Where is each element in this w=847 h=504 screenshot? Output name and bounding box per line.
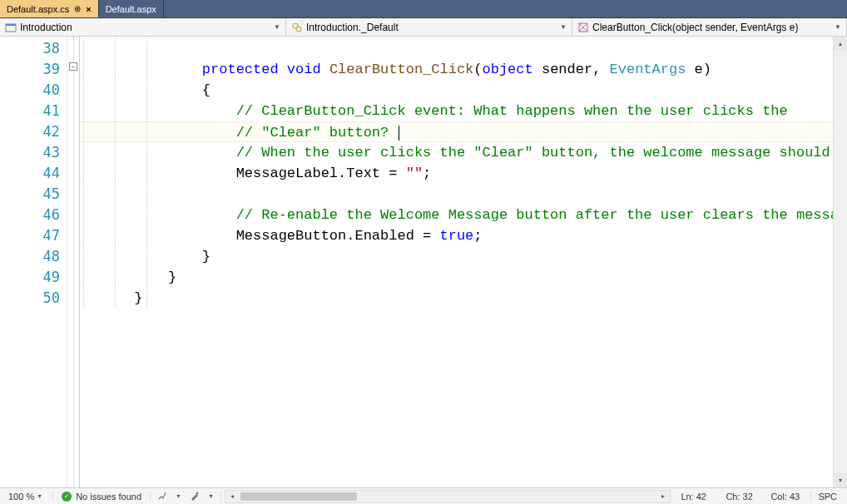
indent-guide <box>146 225 147 246</box>
code-token: } <box>168 269 176 285</box>
code-line[interactable]: // Re-enable the Welcome Message button … <box>80 205 833 225</box>
svg-rect-1 <box>6 24 16 26</box>
tab-default-aspx-cs[interactable]: Default.aspx.cs ⊕ × <box>0 0 99 17</box>
close-icon[interactable]: × <box>86 4 91 14</box>
project-icon <box>5 22 17 33</box>
code-line[interactable]: MessageLabel.Text = ""; <box>80 163 833 184</box>
indent-guide <box>115 163 116 184</box>
text-caret <box>399 126 399 141</box>
indent-guide <box>115 38 116 59</box>
indent-guide <box>146 246 147 267</box>
indent-guide <box>115 142 116 163</box>
code-token: MessageButton.Enabled = <box>236 228 440 244</box>
chevron-down-icon[interactable]: ▼ <box>208 493 214 499</box>
nav-scope-dropdown[interactable]: Introduction ▼ <box>0 18 286 36</box>
brush-icon[interactable] <box>157 491 167 502</box>
nav-class-dropdown[interactable]: Introduction._Default ▼ <box>286 18 572 36</box>
chevron-down-icon: ▼ <box>37 493 42 499</box>
nav-class-label: Introduction._Default <box>306 22 399 33</box>
indent-guide <box>115 205 116 225</box>
code-token: ; <box>473 228 482 244</box>
code-line[interactable]: } <box>80 288 833 309</box>
collapse-toggle-icon[interactable]: − <box>69 62 77 71</box>
line-number: 45 <box>0 184 67 205</box>
outline-guide <box>73 37 74 487</box>
code-line[interactable]: } <box>80 246 833 267</box>
scroll-left-button[interactable]: ◂ <box>225 492 239 500</box>
code-line[interactable] <box>80 38 833 59</box>
indent-guide <box>115 80 116 101</box>
class-icon <box>291 22 303 33</box>
vertical-scrollbar[interactable]: ▴ ▾ <box>833 37 847 487</box>
indent-guide <box>83 101 84 121</box>
scroll-down-button[interactable]: ▾ <box>834 473 847 487</box>
code-line[interactable]: MessageButton.Enabled = true; <box>80 225 833 246</box>
line-number: 44 <box>0 163 67 184</box>
issues-text: No issues found <box>76 492 141 502</box>
line-number-gutter: 38394041424344454647484950 <box>0 37 67 487</box>
tab-default-aspx[interactable]: Default.aspx <box>99 0 164 17</box>
code-token: "" <box>406 166 423 181</box>
indent-guide <box>115 225 116 246</box>
code-line[interactable] <box>80 184 833 205</box>
status-bar: 100 % ▼ ✓ No issues found ▼ ▼ ◂ ▸ Ln: 42… <box>0 487 847 504</box>
zoom-dropdown[interactable]: 100 % ▼ <box>3 492 47 502</box>
scroll-right-button[interactable]: ▸ <box>656 492 670 500</box>
check-circle-icon: ✓ <box>62 492 72 502</box>
pin-icon[interactable]: ⊕ <box>74 4 81 13</box>
scroll-up-button[interactable]: ▴ <box>834 37 847 51</box>
col-indicator: Col: 43 <box>770 492 804 502</box>
indent-guide <box>146 163 147 184</box>
code-token: // Re-enable the Welcome Message button … <box>236 207 833 223</box>
chevron-down-icon: ▼ <box>555 23 567 31</box>
code-line[interactable]: // When the user clicks the "Clear" butt… <box>80 142 833 163</box>
indent-guide <box>146 38 147 59</box>
indent-guide <box>83 163 84 184</box>
svg-point-5 <box>196 492 198 494</box>
indent-guide <box>146 80 147 101</box>
code-line[interactable]: { <box>80 80 833 101</box>
code-token: protected <box>202 62 279 77</box>
code-token: object <box>483 62 533 77</box>
indent-guide <box>115 267 116 288</box>
indent-guide <box>83 225 84 246</box>
indent-guide <box>146 184 147 205</box>
issues-indicator[interactable]: ✓ No issues found <box>52 492 151 502</box>
code-token: sender, <box>542 62 610 77</box>
line-number: 38 <box>0 38 67 59</box>
code-token: { <box>202 82 211 98</box>
nav-member-dropdown[interactable]: ClearButton_Click(object sender, EventAr… <box>572 18 847 36</box>
screwdriver-icon[interactable] <box>190 491 200 502</box>
indent-guide <box>146 267 147 288</box>
tab-bar: Default.aspx.cs ⊕ × Default.aspx <box>0 0 847 18</box>
code-area[interactable]: protected void ClearButton_Click(object … <box>80 37 833 487</box>
indent-guide <box>146 288 147 309</box>
method-icon <box>577 22 589 33</box>
code-editor[interactable]: 38394041424344454647484950 − protected v… <box>0 37 847 487</box>
indent-guide <box>83 267 84 288</box>
code-line[interactable]: } <box>80 267 833 288</box>
indent-guide <box>83 80 84 101</box>
indent-guide <box>115 122 116 141</box>
code-token: EventArgs <box>610 62 686 77</box>
chevron-down-icon: ▼ <box>269 23 280 31</box>
zoom-value: 100 % <box>8 492 34 502</box>
code-token: ClearButton_Click <box>329 62 473 77</box>
code-line[interactable]: protected void ClearButton_Click(object … <box>80 59 833 80</box>
chevron-down-icon[interactable]: ▼ <box>176 493 181 499</box>
indent-guide <box>146 59 147 80</box>
code-token: // "Clear" button? <box>236 125 398 141</box>
indent-guide <box>115 246 116 267</box>
outlining-margin[interactable]: − <box>67 37 80 487</box>
nav-bar: Introduction ▼ Introduction._Default ▼ C… <box>0 18 847 37</box>
line-number: 39 <box>0 59 67 80</box>
indent-mode[interactable]: SPC <box>810 492 844 502</box>
indent-guide <box>83 288 84 309</box>
code-line[interactable]: // "Clear" button? <box>80 121 833 142</box>
code-token: ; <box>423 166 431 181</box>
line-number: 42 <box>0 121 67 142</box>
indent-guide <box>83 205 84 225</box>
code-line[interactable]: // ClearButton_Click event: What happens… <box>80 101 833 121</box>
horizontal-scrollbar[interactable]: ◂ ▸ <box>225 490 671 503</box>
scroll-thumb[interactable] <box>240 492 357 501</box>
